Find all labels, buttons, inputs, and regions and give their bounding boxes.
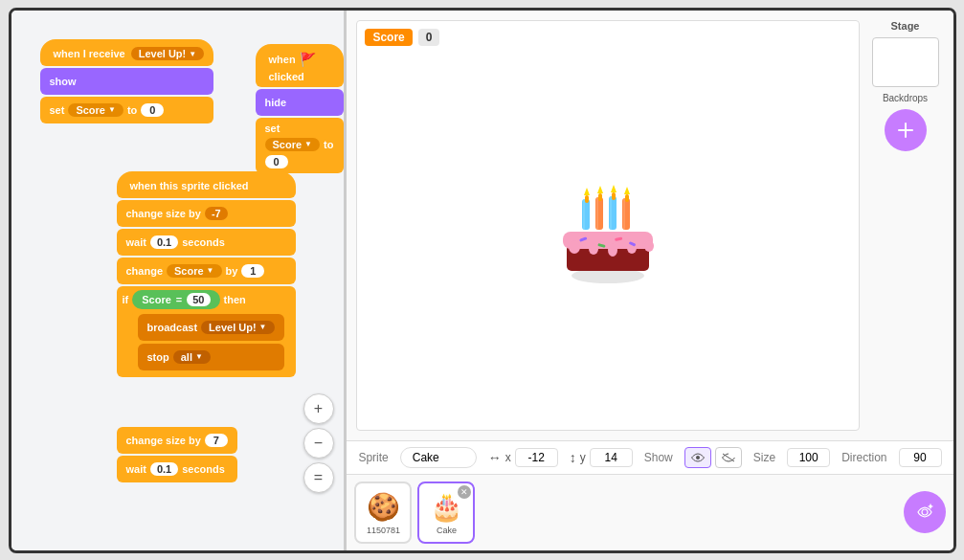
sprite-thumb-cake[interactable]: ✕ 🎂 Cake [417,482,475,544]
set-label-1: set [50,104,65,116]
zoom-out-button[interactable]: − [303,428,334,459]
svg-rect-21 [610,196,612,230]
stage-preview [872,37,939,87]
svg-marker-15 [584,188,590,195]
x-label: x [505,451,511,464]
svg-rect-14 [585,195,589,203]
zoom-reset-button[interactable]: = [303,462,334,493]
add-backdrop-button[interactable] [885,109,927,151]
block-when-receive[interactable]: when I receive Level Up! [40,39,214,66]
to-label-1: to [127,104,137,116]
cake-delete-button[interactable]: ✕ [458,485,471,499]
block-wait-2[interactable]: wait 0.1 seconds [117,456,237,482]
block-set-score-1[interactable]: set Score to 0 [40,97,214,123]
svg-rect-18 [598,193,602,201]
if-condition: Score = 50 [132,290,219,309]
clicked-label: clicked [269,71,304,82]
stage-label: Stage [891,20,920,32]
score-label: Score [365,29,412,46]
sprite-name-input[interactable] [400,447,477,468]
stage-area: Score 0 [347,11,953,440]
wait-val-1: 0.1 [150,235,178,249]
svg-point-4 [589,243,598,255]
svg-rect-17 [596,197,598,230]
score-dropdown-2[interactable]: Score [265,138,321,151]
block-change-score[interactable]: change Score by 1 [117,258,296,284]
wait-unit-2: seconds [182,463,225,475]
if-label: if [123,294,129,305]
svg-marker-23 [611,185,617,192]
code-panel: when I receive Level Up! show set Score … [11,11,345,550]
when-flag-label: when [269,54,296,65]
svg-point-31 [922,509,928,515]
svg-point-5 [608,243,617,257]
broadcast-dropdown[interactable]: Level Up! [201,321,274,334]
level-up-dropdown[interactable]: Level Up! [131,47,204,60]
wait-label-2: wait [126,463,146,475]
sprite-thumb-cookie[interactable]: 🍪 1150781 [354,482,412,544]
cookie-label: 1150781 [367,526,400,535]
stop-dropdown[interactable]: all [173,350,211,364]
wait-label-1: wait [126,236,146,248]
svg-point-3 [569,240,580,254]
block-broadcast[interactable]: broadcast Level Up! [138,314,284,341]
sprite-library: 🍪 1150781 ✕ 🎂 Cake [347,474,953,550]
svg-rect-13 [583,199,585,230]
svg-rect-26 [625,194,629,202]
eye-closed-icon [722,453,735,462]
main-container: when I receive Level Up! show set Score … [9,8,956,553]
score-val-2: 0 [265,155,288,168]
size-input[interactable] [787,448,830,467]
sprite-scroll-area: 🍪 1150781 ✕ 🎂 Cake [354,482,897,544]
if-block: if Score = 50 then broadcast Level Up! s… [117,286,296,377]
change-size-label-1: change size by [126,208,201,219]
block-show[interactable]: show [40,68,214,95]
block-stop[interactable]: stop all [138,344,284,370]
score-value: 0 [418,29,440,46]
change-size-val-1: -7 [205,207,228,220]
show-label-block: show [50,76,77,87]
green-flag-icon: 🚩 [300,52,316,67]
y-coord-group: ↕ y [570,448,633,467]
block-change-size-2[interactable]: change size by 7 [117,427,237,454]
block-when-flag[interactable]: when 🚩 clicked [256,44,344,87]
stop-label: stop [147,351,169,363]
cookie-thumb-img: 🍪 [366,489,400,524]
eye-open-icon [691,453,705,462]
canvas-area [357,21,858,430]
change-size-val-2: 7 [205,434,228,447]
block-group-1: when I receive Level Up! show set Score … [40,39,214,123]
condition-var: Score [142,294,171,305]
condition-val: 50 [187,293,210,306]
cookie-emoji: 🍪 [367,491,400,523]
block-sprite-clicked[interactable]: when this sprite clicked [117,171,296,198]
score-dropdown-1[interactable]: Score [68,103,123,117]
block-hide[interactable]: hide [256,89,344,116]
backdrops-label: Backdrops [883,93,928,103]
y-coord-input[interactable] [590,448,633,467]
show-toggle-group [684,447,742,468]
change-score-val: 1 [241,264,264,278]
wait-val-2: 0.1 [150,462,178,476]
sprite-info-bar: Sprite ↔ x ↕ y Show [347,440,953,474]
svg-rect-22 [612,192,616,200]
size-text-label: Size [753,451,775,464]
show-visible-button[interactable] [684,447,711,468]
show-hidden-button[interactable] [715,447,742,468]
zoom-in-button[interactable]: + [303,393,334,424]
if-body: broadcast Level Up! stop all [132,311,290,373]
direction-input[interactable] [899,448,942,467]
when-receive-label: when I receive [54,48,125,59]
score-dropdown-3[interactable]: Score [167,264,222,278]
x-coord-group: ↔ x [488,448,558,467]
block-change-size-1[interactable]: change size by -7 [117,200,296,227]
show-text-label: Show [644,451,673,464]
add-sprite-button[interactable] [904,491,946,533]
block-wait-1[interactable]: wait 0.1 seconds [117,229,296,256]
block-set-score-2[interactable]: set Score to 0 [256,118,344,173]
cake-sprite [546,163,670,287]
add-backdrop-icon [896,121,915,140]
zoom-controls: + − = [303,393,334,493]
x-arrow-icon: ↔ [488,450,502,465]
x-coord-input[interactable] [515,448,558,467]
